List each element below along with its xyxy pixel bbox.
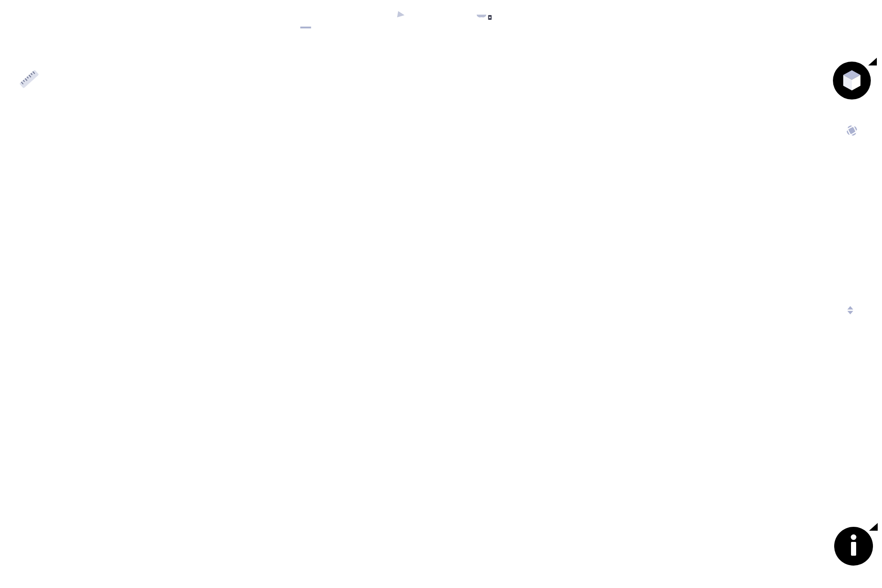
survey-device-icon xyxy=(475,9,496,29)
orbit-button[interactable] xyxy=(833,112,871,149)
pencil-icon xyxy=(298,9,318,29)
device-button[interactable] xyxy=(455,0,516,53)
info-button[interactable] xyxy=(809,517,882,575)
viewport-3d[interactable] xyxy=(0,0,882,588)
flyout-arrow-icon xyxy=(868,58,877,65)
zoom-button[interactable] xyxy=(833,294,873,333)
ruler-icon xyxy=(16,65,43,93)
top-toolbar xyxy=(0,0,882,53)
more-dots-icon xyxy=(564,9,584,29)
info-icon xyxy=(851,535,857,556)
flyout-arrow-icon xyxy=(869,523,878,531)
measure-button[interactable] xyxy=(366,0,427,53)
view-cube-button[interactable] xyxy=(809,52,882,110)
reset-view-button[interactable] xyxy=(797,120,823,147)
zoom-magnifier-icon xyxy=(838,299,868,329)
orbit-icon xyxy=(838,116,866,145)
reset-cube-icon xyxy=(800,124,820,143)
more-button[interactable] xyxy=(544,0,604,53)
flag-icon xyxy=(386,9,407,29)
create-button[interactable] xyxy=(278,0,338,53)
ruler-button[interactable] xyxy=(9,59,49,99)
model-canvas[interactable] xyxy=(0,0,882,588)
